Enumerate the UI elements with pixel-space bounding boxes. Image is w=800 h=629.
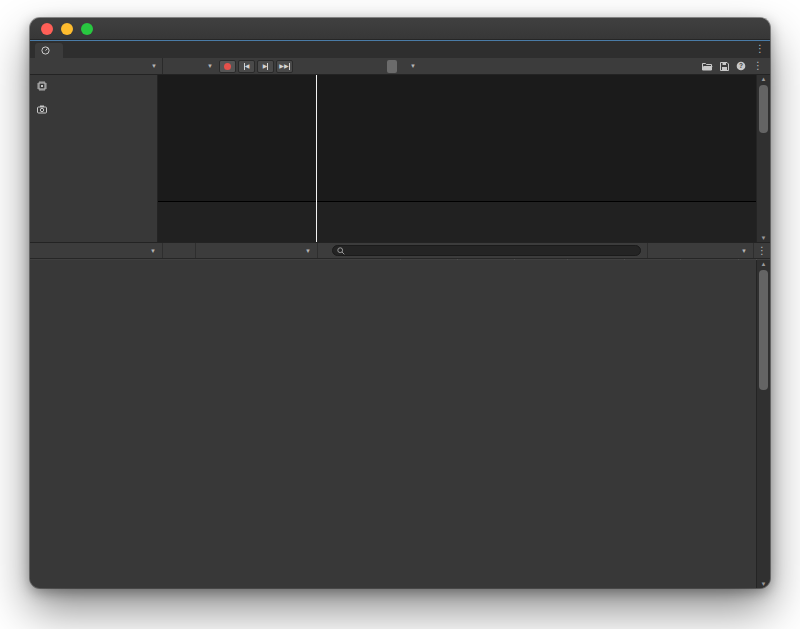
- close-window-button[interactable]: [41, 23, 53, 35]
- tab-strip: ⋮: [30, 40, 770, 58]
- details-bar: ▼ ▼ ▼ ⋮: [30, 243, 770, 259]
- search-input[interactable]: [348, 246, 636, 256]
- rendering-chart[interactable]: [158, 202, 756, 242]
- traffic-lights: [41, 23, 93, 35]
- minimize-window-button[interactable]: [61, 23, 73, 35]
- cpu-chip-icon: [37, 81, 47, 91]
- tab-profiler[interactable]: [35, 43, 63, 58]
- modules-sidebar: [30, 75, 158, 242]
- thread-dropdown[interactable]: ▼: [196, 243, 318, 258]
- scroll-up-icon[interactable]: ▲: [757, 76, 770, 82]
- chevron-down-icon: ▼: [305, 248, 311, 254]
- module-rendering[interactable]: [30, 102, 157, 117]
- frame-timing-label: [318, 243, 326, 258]
- chart-panel: ▲ ▼: [30, 75, 770, 243]
- search-icon: [337, 247, 345, 255]
- toolbar-menu-icon[interactable]: ⋮: [753, 61, 763, 71]
- chevron-down-icon: ▼: [151, 63, 157, 69]
- module-cpu-usage[interactable]: [30, 78, 157, 93]
- toolbar: ▼ ▼ ◀ ▶ ▶▶ ▼ ? ⋮: [30, 58, 770, 75]
- search-area: [326, 243, 647, 258]
- chevron-down-icon: ▼: [410, 63, 416, 69]
- next-frame-icon: [267, 63, 268, 70]
- prev-frame-button[interactable]: ◀: [238, 60, 255, 73]
- deep-profile-toggle[interactable]: [387, 60, 397, 73]
- save-profile-icon[interactable]: [720, 62, 729, 71]
- tab-strip-menu-icon[interactable]: ⋮: [755, 44, 765, 54]
- record-icon: [224, 63, 231, 70]
- current-frame-icon: [289, 63, 290, 70]
- selected-frame-indicator[interactable]: [316, 75, 317, 242]
- table-scrollbar[interactable]: ▲ ▼: [756, 260, 770, 588]
- svg-text:?: ?: [739, 62, 743, 69]
- live-toggle[interactable]: [163, 243, 196, 258]
- chart-scroll-thumb[interactable]: [759, 85, 768, 133]
- hierarchy-view-dropdown[interactable]: ▼: [30, 243, 163, 258]
- profiler-modules-dropdown[interactable]: ▼: [30, 58, 163, 74]
- next-frame-button[interactable]: ▶: [257, 60, 274, 73]
- profiler-window: ⋮ ▼ ▼ ◀ ▶ ▶▶ ▼ ? ⋮: [30, 18, 770, 588]
- rendering-camera-icon: [37, 105, 47, 114]
- zoom-window-button[interactable]: [81, 23, 93, 35]
- help-icon[interactable]: ?: [736, 61, 746, 71]
- chart-area[interactable]: [158, 75, 756, 242]
- chevron-down-icon: ▼: [207, 63, 213, 69]
- record-button[interactable]: [219, 60, 236, 73]
- chevron-down-icon: ▼: [741, 248, 747, 254]
- profiler-gauge-icon: [41, 46, 50, 55]
- load-profile-icon[interactable]: [702, 62, 713, 71]
- current-frame-button[interactable]: ▶▶: [276, 60, 293, 73]
- chart-scrollbar[interactable]: ▲ ▼: [756, 75, 770, 242]
- details-menu-icon[interactable]: ⋮: [754, 243, 770, 258]
- search-box[interactable]: [332, 245, 641, 256]
- scroll-up-icon[interactable]: ▲: [757, 261, 770, 267]
- cpu-usage-chart[interactable]: [158, 75, 756, 202]
- call-stacks-dropdown[interactable]: ▼: [400, 58, 421, 74]
- playmode-dropdown[interactable]: ▼: [198, 58, 218, 74]
- chevron-down-icon: ▼: [150, 248, 156, 254]
- details-mode-dropdown[interactable]: ▼: [647, 243, 754, 258]
- titlebar: [30, 18, 770, 40]
- table-rows: [30, 260, 756, 588]
- hierarchy-table: ▲ ▼: [30, 260, 770, 588]
- scroll-down-icon[interactable]: ▼: [757, 581, 770, 587]
- table-scroll-thumb[interactable]: [759, 270, 768, 390]
- scroll-down-icon[interactable]: ▼: [757, 235, 770, 241]
